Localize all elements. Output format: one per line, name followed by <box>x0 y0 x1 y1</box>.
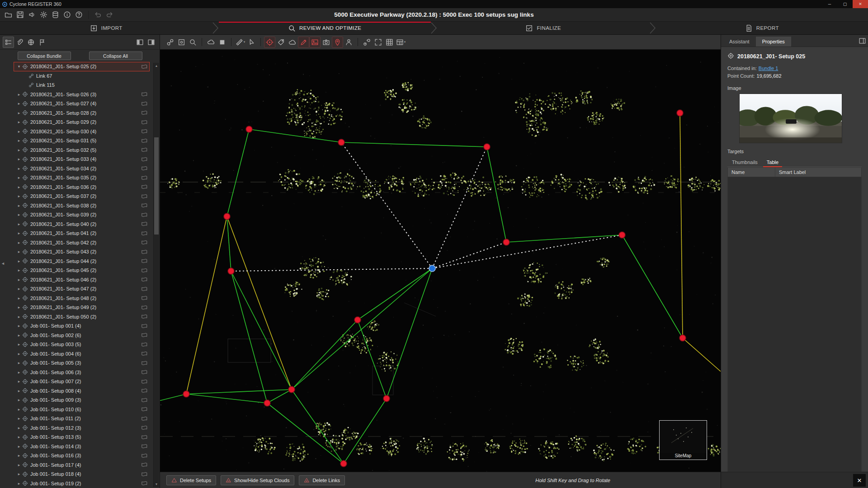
workflow-tab-report[interactable]: REPORT <box>656 22 868 34</box>
pano-thumb-slot[interactable] <box>142 156 147 162</box>
zoom-button[interactable] <box>187 37 198 48</box>
pano-thumb-slot[interactable] <box>142 480 147 486</box>
tree-item-setup[interactable]: ▸20180621_J01- Setup 050 (2) <box>14 312 150 322</box>
collapsed-arrow-icon[interactable]: ▸ <box>16 463 22 467</box>
tree-item-setup[interactable]: ▸20180621_J01- Setup 047 (2) <box>14 284 150 294</box>
tree-item-setup[interactable]: ▸20180621_J01- Setup 035 (2) <box>14 173 150 183</box>
pano-thumb-slot[interactable] <box>142 397 147 403</box>
frame-button[interactable] <box>176 37 187 48</box>
tree-item-setup[interactable]: ▸20180621_J01- Setup 048 (2) <box>14 294 150 303</box>
target-button[interactable] <box>264 37 275 48</box>
collapsed-arrow-icon[interactable]: ▸ <box>16 148 22 152</box>
storage-button[interactable] <box>50 9 61 20</box>
collapsed-arrow-icon[interactable]: ▸ <box>16 240 22 245</box>
collapsed-arrow-icon[interactable]: ▸ <box>16 305 22 310</box>
tree-item-setup[interactable]: ▾20180621_J01- Setup 025 (2) <box>14 62 150 71</box>
undo-button[interactable] <box>92 9 104 20</box>
collapsed-arrow-icon[interactable]: ▸ <box>16 175 22 180</box>
tab-assistant[interactable]: Assistant <box>723 37 756 47</box>
tree-item-setup[interactable]: ▸20180621_J01- Setup 033 (4) <box>14 155 150 164</box>
pano-thumb-slot[interactable] <box>142 342 147 347</box>
pano-thumb-slot[interactable] <box>142 305 147 310</box>
cloud-eye-button[interactable] <box>205 37 217 48</box>
flag-button[interactable] <box>37 37 48 48</box>
collapsed-arrow-icon[interactable]: ▸ <box>16 101 22 106</box>
tree-item-setup[interactable]: ▸Job 001- Setup 011 (2) <box>14 414 150 423</box>
pano-thumb-slot[interactable] <box>142 434 147 440</box>
redo-button[interactable] <box>104 9 115 20</box>
delete-links-button[interactable]: Delete Links <box>299 475 345 485</box>
collapsed-arrow-icon[interactable]: ▸ <box>16 157 22 161</box>
tree-list-button[interactable] <box>3 37 14 48</box>
pano-thumb-slot[interactable] <box>142 453 147 459</box>
tree-item-setup[interactable]: ▸Job 001- Setup 005 (3) <box>14 358 150 368</box>
setup-panorama-thumbnail[interactable] <box>739 94 842 143</box>
collapse-bundle-button[interactable]: Collapse Bundle <box>18 52 71 60</box>
collapsed-arrow-icon[interactable]: ▸ <box>16 203 22 208</box>
pano-thumb-slot[interactable] <box>142 239 147 245</box>
collapsed-arrow-icon[interactable]: ▸ <box>16 268 22 272</box>
pano-thumb-slot[interactable] <box>142 119 147 125</box>
pano-thumb-slot[interactable] <box>142 91 147 97</box>
collapsed-arrow-icon[interactable]: ▸ <box>16 286 22 291</box>
tree-item-setup[interactable]: ▸20180621_J01- Setup 027 (4) <box>14 99 150 108</box>
tree-item-setup[interactable]: ▸Job 001- Setup 017 (4) <box>14 460 150 470</box>
split-left-button[interactable] <box>134 37 146 48</box>
collapsed-arrow-icon[interactable]: ▸ <box>16 249 22 254</box>
scroll-down-icon[interactable]: ▼ <box>154 481 159 487</box>
collapsed-arrow-icon[interactable]: ▸ <box>16 231 22 235</box>
pano-thumb-slot[interactable] <box>142 416 147 422</box>
collapsed-arrow-icon[interactable]: ▸ <box>16 296 22 300</box>
pano-thumb-slot[interactable] <box>142 101 147 107</box>
pano-thumb-slot[interactable] <box>142 267 147 273</box>
tree-item-setup[interactable]: ▸20180621_J01- Setup 039 (2) <box>14 210 150 220</box>
collapsed-arrow-icon[interactable]: ▸ <box>16 398 22 402</box>
tree-item-setup[interactable]: ▸Job 001- Setup 003 (5) <box>14 340 150 349</box>
scrollbar-thumb[interactable] <box>154 137 159 235</box>
tree-item-setup[interactable]: ▸20180621_J01- Setup 041 (2) <box>14 229 150 238</box>
tree-item-setup[interactable]: ▸Job 001- Setup 004 (6) <box>14 349 150 359</box>
pano-thumb-slot[interactable] <box>142 165 147 171</box>
close-button[interactable]: ✕ <box>853 0 868 8</box>
collapsed-arrow-icon[interactable]: ▸ <box>16 389 22 393</box>
info-button[interactable] <box>61 9 73 20</box>
collapsed-arrow-icon[interactable]: ▸ <box>16 416 22 421</box>
collapsed-arrow-icon[interactable]: ▸ <box>16 120 22 124</box>
tree-item-setup[interactable]: ▸20180621_J01- Setup 028 (2) <box>14 108 150 118</box>
tree-item-setup[interactable]: ▸20180621_J01- Setup 038 (2) <box>14 201 150 211</box>
tree-item-setup[interactable]: ▸20180621_J01- Setup 030 (4) <box>14 127 150 136</box>
targets-tab-table[interactable]: Table <box>762 158 783 167</box>
sidebar-collapse-handle[interactable]: ◄ <box>0 258 6 269</box>
pano-thumb-slot[interactable] <box>142 277 147 282</box>
tree-item-setup[interactable]: ▸Job 001- Setup 001 (4) <box>14 321 150 331</box>
collapsed-arrow-icon[interactable]: ▸ <box>16 111 22 115</box>
image-button[interactable] <box>309 37 321 48</box>
pano-thumb-slot[interactable] <box>142 295 147 301</box>
expand-button[interactable] <box>373 37 384 48</box>
cloud-button[interactable] <box>287 37 298 48</box>
grid-button[interactable] <box>384 37 395 48</box>
collapsed-arrow-icon[interactable]: ▸ <box>16 324 22 328</box>
collapsed-arrow-icon[interactable]: ▸ <box>16 444 22 449</box>
pano-thumb-slot[interactable] <box>142 249 147 255</box>
settings-button[interactable] <box>38 9 49 20</box>
tree-item-setup[interactable]: ▸Job 001- Setup 014 (3) <box>14 442 150 451</box>
collapsed-arrow-icon[interactable]: ▸ <box>16 259 22 263</box>
point-cloud-viewport[interactable]: SiteMap <box>160 50 721 472</box>
pano-thumb-slot[interactable] <box>142 221 147 227</box>
sitemap-inset[interactable]: SiteMap <box>659 420 707 460</box>
pano-thumb-slot[interactable] <box>142 462 147 468</box>
collapsed-arrow-icon[interactable]: ▸ <box>16 166 22 171</box>
pano-thumb-slot[interactable] <box>142 360 147 366</box>
workflow-tab-import[interactable]: IMPORT <box>0 22 212 34</box>
collapsed-arrow-icon[interactable]: ▸ <box>16 212 22 217</box>
person-button[interactable] <box>343 37 354 48</box>
pano-thumb-slot[interactable] <box>142 471 147 477</box>
tree-item-setup[interactable]: ▸20180621_J01- Setup 034 (2) <box>14 164 150 174</box>
tree-item-setup[interactable]: ▸Job 001- Setup 006 (3) <box>14 368 150 377</box>
pano-thumb-slot[interactable] <box>142 258 147 264</box>
workflow-tab-finalize[interactable]: FINALIZE <box>437 22 650 34</box>
collapsed-arrow-icon[interactable]: ▸ <box>16 453 22 458</box>
pencil-button[interactable] <box>298 37 309 48</box>
tree-item-setup[interactable]: ▸20180621_J01- Setup 042 (2) <box>14 238 150 248</box>
